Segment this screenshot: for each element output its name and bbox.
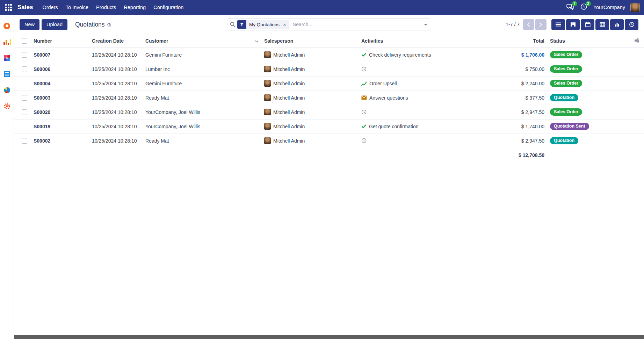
gear-orange-icon[interactable] xyxy=(3,103,10,110)
view-settings-gear-icon[interactable] xyxy=(107,23,111,27)
table-row[interactable]: S00019 10/25/2024 10:28:10 YourCompany, … xyxy=(14,119,644,134)
status-badge: Quotation xyxy=(550,94,578,101)
pivot-view-button[interactable] xyxy=(595,19,609,30)
table-row[interactable]: S00004 10/25/2024 10:28:10 Gemini Furnit… xyxy=(14,76,644,91)
row-checkbox[interactable] xyxy=(22,124,27,129)
clock-activity-icon[interactable] xyxy=(361,109,367,115)
view-switcher xyxy=(551,19,638,30)
nav-configuration[interactable]: Configuration xyxy=(150,0,187,15)
salesperson-avatar xyxy=(264,94,271,101)
kanban-view-button[interactable] xyxy=(566,19,580,30)
email-activity-icon[interactable] xyxy=(361,95,367,100)
nav-reporting[interactable]: Reporting xyxy=(120,0,150,15)
search-options-toggle[interactable] xyxy=(420,19,431,30)
column-header-total[interactable]: Total xyxy=(460,34,547,48)
optional-columns-icon[interactable] xyxy=(634,38,639,44)
column-header-creation-date[interactable]: Creation Date xyxy=(89,34,143,48)
column-header-number[interactable]: Number xyxy=(31,34,89,48)
salesperson-avatar xyxy=(264,66,271,72)
order-number: S00006 xyxy=(34,66,50,72)
facet-remove-icon[interactable]: × xyxy=(282,20,289,29)
salesperson-avatar xyxy=(264,80,271,87)
nav-to-invoice[interactable]: To Invoice xyxy=(62,0,92,15)
app-sidebar xyxy=(0,15,14,339)
graph-view-button[interactable] xyxy=(610,19,624,30)
activities-count-badge: 2 xyxy=(586,1,591,6)
total-amount: $ 2,240.00 xyxy=(521,81,544,86)
row-checkbox[interactable] xyxy=(22,66,27,72)
new-button[interactable]: New xyxy=(20,19,39,30)
salesperson-name: Mitchell Admin xyxy=(273,124,305,129)
customer-name: YourCompany, Joel Willis xyxy=(145,109,200,115)
activity-view-button[interactable] xyxy=(625,19,638,30)
row-checkbox[interactable] xyxy=(22,95,27,101)
dashboard-tiles-icon[interactable] xyxy=(3,55,10,62)
table-row[interactable]: S00002 10/25/2024 10:28:10 Ready Mat Mit… xyxy=(14,134,644,148)
app-brand[interactable]: Sales xyxy=(17,4,33,11)
status-badge: Quotation xyxy=(550,137,578,144)
row-checkbox[interactable] xyxy=(22,138,27,144)
total-amount: $ 2,947.50 xyxy=(521,138,544,144)
upsell-chart-activity-icon[interactable] xyxy=(361,81,367,86)
total-amount: $ 377.50 xyxy=(526,95,545,101)
activity-label: Order Upsell xyxy=(369,81,397,86)
total-amount: $ 1,706.00 xyxy=(521,52,544,58)
footer-total: $ 12,708.50 xyxy=(519,152,544,158)
select-all-checkbox[interactable] xyxy=(22,38,27,44)
odoo-icon[interactable] xyxy=(3,22,10,29)
select-all-cell[interactable] xyxy=(14,34,31,48)
activity-label: Get quote confirmation xyxy=(369,124,419,129)
total-amount: $ 2,947.50 xyxy=(521,109,544,115)
filter-funnel-icon xyxy=(237,20,246,29)
apps-menu-button[interactable] xyxy=(3,2,14,13)
nav-products[interactable]: Products xyxy=(92,0,120,15)
calendar-view-button[interactable] xyxy=(581,19,594,30)
check-activity-icon[interactable] xyxy=(361,124,367,129)
messages-button[interactable]: 7 xyxy=(566,3,574,12)
salesperson-avatar xyxy=(264,109,271,115)
order-number: S00002 xyxy=(34,138,50,144)
status-badge: Sales Order xyxy=(550,65,582,73)
optional-columns-cell[interactable] xyxy=(629,34,644,48)
pager-previous-button[interactable] xyxy=(523,19,534,30)
row-checkbox[interactable] xyxy=(22,52,27,58)
status-badge: Sales Order xyxy=(550,51,582,58)
column-header-salesperson[interactable]: Salesperson xyxy=(261,34,359,48)
table-footer-row: $ 12,708.50 xyxy=(14,148,644,162)
company-name[interactable]: YourCompany xyxy=(593,5,625,10)
user-avatar[interactable] xyxy=(630,3,640,12)
column-header-customer[interactable]: Customer xyxy=(143,34,261,48)
column-header-activities[interactable]: Activities xyxy=(359,34,460,48)
pie-chart-icon[interactable] xyxy=(3,87,10,94)
check-activity-icon[interactable] xyxy=(361,52,367,57)
creation-date: 10/25/2024 10:28:10 xyxy=(92,109,137,115)
salesperson-avatar xyxy=(264,137,271,144)
activities-button[interactable]: 2 xyxy=(580,3,588,12)
salesperson-name: Mitchell Admin xyxy=(273,66,305,72)
upload-button[interactable]: Upload xyxy=(42,19,67,30)
row-checkbox[interactable] xyxy=(22,81,27,86)
salesperson-name: Mitchell Admin xyxy=(273,138,305,144)
column-header-status[interactable]: Status xyxy=(547,34,629,48)
search-input[interactable] xyxy=(289,22,420,27)
pager-next-button[interactable] xyxy=(535,19,547,30)
pager-range: 1-7 / 7 xyxy=(506,22,520,27)
spreadsheet-icon[interactable] xyxy=(3,71,10,78)
table-row[interactable]: S00006 10/25/2024 10:28:10 Lumber Inc Mi… xyxy=(14,62,644,76)
status-badge: Sales Order xyxy=(550,80,582,87)
table-row[interactable]: S00003 10/25/2024 10:28:10 Ready Mat Mit… xyxy=(14,91,644,105)
nav-orders[interactable]: Orders xyxy=(38,0,61,15)
order-number: S00019 xyxy=(34,124,50,129)
search-facet-my-quotations[interactable]: My Quotations × xyxy=(237,20,289,29)
status-badge: Sales Order xyxy=(550,108,582,116)
table-row[interactable]: S00007 10/25/2024 10:28:10 Gemini Furnit… xyxy=(14,48,644,62)
row-checkbox[interactable] xyxy=(22,109,27,115)
table-row[interactable]: S00020 10/25/2024 10:28:10 YourCompany, … xyxy=(14,105,644,119)
chevron-down-icon xyxy=(424,24,427,26)
creation-date: 10/25/2024 10:28:10 xyxy=(92,95,137,101)
bar-chart-icon[interactable] xyxy=(3,38,10,45)
order-number: S00004 xyxy=(34,81,50,86)
clock-activity-icon[interactable] xyxy=(361,66,367,72)
clock-activity-icon[interactable] xyxy=(361,138,367,143)
list-view-button[interactable] xyxy=(551,19,565,30)
